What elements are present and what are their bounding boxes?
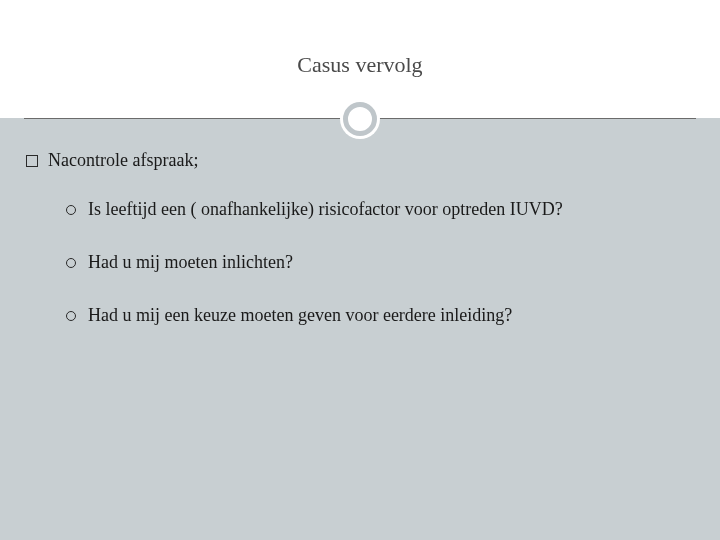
list-item-text: Nacontrole afspraak; [48,150,198,171]
slide-content: Nacontrole afspraak; Is leeftijd een ( o… [26,150,694,358]
list-item: Is leeftijd een ( onafhankelijke) risico… [66,199,694,220]
slide: Casus vervolg Nacontrole afspraak; Is le… [0,0,720,540]
list-item-text: Is leeftijd een ( onafhankelijke) risico… [88,199,563,220]
list-item-text: Had u mij een keuze moeten geven voor ee… [88,305,512,326]
list-item-text: Had u mij moeten inlichten? [88,252,293,273]
list-item: Had u mij een keuze moeten geven voor ee… [66,305,694,326]
circle-bullet-icon [66,311,76,321]
list-item: Nacontrole afspraak; [26,150,694,171]
ring-icon [343,102,377,136]
circle-bullet-icon [66,205,76,215]
list-item: Had u mij moeten inlichten? [66,252,694,273]
slide-header: Casus vervolg [0,0,720,118]
checkbox-bullet-icon [26,155,38,167]
circle-bullet-icon [66,258,76,268]
slide-title: Casus vervolg [0,52,720,78]
